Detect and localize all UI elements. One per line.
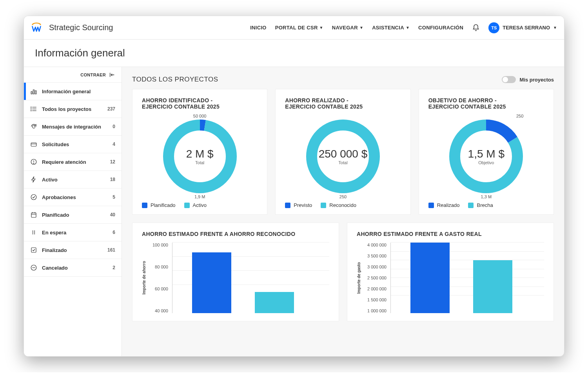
nav-navegar[interactable]: NAVEGAR▼ <box>332 25 363 31</box>
svg-point-13 <box>31 194 36 200</box>
y-axis-label: Importe de ahorro <box>142 261 146 295</box>
nav-inicio[interactable]: INICIO <box>250 25 267 31</box>
nav-asistencia[interactable]: ASISTENCIA▼ <box>372 25 410 31</box>
wallet-icon <box>30 141 37 148</box>
donut-card-1: AHORRO REALIZADO -EJERCICIO CONTABLE 202… <box>275 89 410 215</box>
y-tick: 80 000 <box>155 265 168 269</box>
sidebar-item-count: 12 <box>110 159 115 165</box>
sidebar-item-count: 4 <box>113 141 115 147</box>
nav-config-label: CONFIGURACIÓN <box>418 25 463 31</box>
sidebar-item-count: 0 <box>113 124 115 129</box>
y-tick: 2 500 000 <box>367 276 387 280</box>
sidebar: CONTRAER Información generalTodos los pr… <box>24 67 122 356</box>
legend-item: Brecha <box>468 202 493 208</box>
svg-rect-14 <box>31 213 36 218</box>
card-title: AHORRO IDENTIFICADO -EJERCICIO CONTABLE … <box>142 97 258 110</box>
check-circle-icon <box>30 194 37 201</box>
nav-inicio-label: INICIO <box>250 25 267 31</box>
svg-point-8 <box>31 111 32 111</box>
bar <box>192 252 231 313</box>
donut-center-sub: Total <box>195 160 204 165</box>
svg-point-7 <box>31 109 32 109</box>
caret-down-icon: ▼ <box>359 25 363 30</box>
sidebar-item-todos-los-proyectos[interactable]: Todos los proyectos237 <box>24 100 122 118</box>
user-menu[interactable]: TS TERESA SERRANO ▼ <box>488 22 557 33</box>
list-icon <box>30 105 37 112</box>
sidebar-item-label: Mensajes de integración <box>42 124 108 130</box>
y-tick: 1 500 000 <box>367 297 387 302</box>
svg-rect-2 <box>35 91 36 94</box>
app-title: Strategic Sourcing <box>49 23 113 32</box>
y-tick: 4 000 000 <box>367 243 387 247</box>
donut-center-sub: Total <box>338 160 347 165</box>
sidebar-item-count: 6 <box>113 230 115 235</box>
page-title: Información general <box>35 47 125 59</box>
svg-rect-9 <box>31 143 36 146</box>
svg-point-6 <box>31 107 32 108</box>
sidebar-item-activo[interactable]: Activo18 <box>24 171 122 188</box>
sidebar-collapse-button[interactable]: CONTRAER <box>24 67 122 83</box>
legend-item: Reconocido <box>321 202 356 208</box>
section-title: TODOS LOS PROYECTOS <box>132 76 218 83</box>
legend-label: Previsto <box>294 202 312 208</box>
y-axis: 100 00080 00060 00040 000 <box>152 243 168 313</box>
main-content: TODOS LOS PROYECTOS Mis proyectos AHORRO… <box>122 67 564 356</box>
sidebar-item-label: Información general <box>42 89 111 94</box>
card-title: AHORRO ESTIMADO FRENTE A AHORRO RECONOCI… <box>142 231 329 237</box>
notifications-bell-icon[interactable] <box>472 24 480 32</box>
y-tick: 60 000 <box>155 286 168 291</box>
bar-card-1: AHORRO ESTIMADO FRENTE A GASTO REALImpor… <box>347 223 554 321</box>
page-title-bar: Información general <box>24 40 564 67</box>
sidebar-item-label: Solicitudes <box>42 141 108 147</box>
y-tick: 100 000 <box>152 243 168 247</box>
bar-plot <box>390 243 544 313</box>
chart-icon <box>30 88 37 95</box>
sidebar-item-label: Requiere atención <box>42 159 105 165</box>
user-name: TERESA SERRANO <box>503 25 550 31</box>
sidebar-item-label: Finalizado <box>42 247 103 253</box>
sidebar-item-requiere-atención[interactable]: Requiere atención12 <box>24 153 122 171</box>
sidebar-item-finalizado[interactable]: Finalizado161 <box>24 241 122 259</box>
donut-center-value: 2 M $ <box>186 148 214 160</box>
sidebar-item-en-espera[interactable]: En espera6 <box>24 224 122 241</box>
bar-card-0: AHORRO ESTIMADO FRENTE A AHORRO RECONOCI… <box>132 223 339 321</box>
cancel-icon <box>30 264 37 271</box>
svg-rect-1 <box>33 90 34 94</box>
sidebar-item-planificado[interactable]: Planificado40 <box>24 206 122 224</box>
nav-portal[interactable]: PORTAL DE CSR▼ <box>275 25 323 31</box>
sidebar-item-count: 237 <box>107 106 115 112</box>
sidebar-item-label: Cancelado <box>42 265 108 271</box>
pause-icon <box>30 229 37 236</box>
card-title: AHORRO ESTIMADO FRENTE A GASTO REAL <box>357 231 544 237</box>
bar <box>255 292 294 313</box>
nav-config[interactable]: CONFIGURACIÓN <box>418 25 463 31</box>
card-title: AHORRO REALIZADO -EJERCICIO CONTABLE 202… <box>285 97 401 110</box>
alert-icon <box>30 158 37 165</box>
caret-down-icon: ▼ <box>553 25 557 30</box>
calendar-icon <box>30 211 37 218</box>
sidebar-item-aprobaciones[interactable]: Aprobaciones5 <box>24 188 122 206</box>
sidebar-item-cancelado[interactable]: Cancelado2 <box>24 259 122 277</box>
sidebar-item-count: 18 <box>110 177 115 182</box>
bar-plot <box>172 243 329 313</box>
caret-down-icon: ▼ <box>319 25 323 30</box>
donut-card-0: AHORRO IDENTIFICADO -EJERCICIO CONTABLE … <box>132 89 267 215</box>
donut-center-value: 1,5 M $ <box>468 148 505 160</box>
legend-label: Brecha <box>477 202 493 208</box>
sidebar-item-solicitudes[interactable]: Solicitudes4 <box>24 136 122 153</box>
caret-down-icon: ▼ <box>406 25 410 30</box>
done-icon <box>30 246 37 254</box>
legend-label: Reconocido <box>329 202 356 208</box>
sidebar-item-count: 5 <box>113 194 115 200</box>
sidebar-item-count: 161 <box>107 247 115 253</box>
avatar: TS <box>488 22 499 33</box>
bar <box>410 243 450 313</box>
sidebar-item-mensajes-de-integración[interactable]: Mensajes de integración0 <box>24 118 122 136</box>
sidebar-item-información-general[interactable]: Información general <box>24 83 122 100</box>
my-projects-toggle[interactable] <box>502 76 516 83</box>
sidebar-item-label: Planificado <box>42 212 105 218</box>
sidebar-item-label: Activo <box>42 177 105 183</box>
nav-portal-label: PORTAL DE CSR <box>275 25 318 31</box>
bar <box>473 260 512 313</box>
svg-point-12 <box>33 163 34 164</box>
